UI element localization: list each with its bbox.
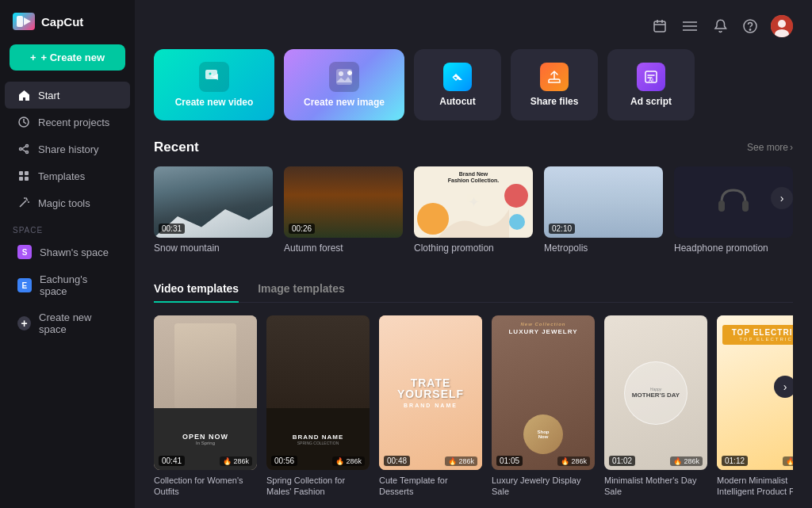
svg-point-34: [339, 71, 343, 76]
recent-thumb-clothing: Brand NewFashion Collection. ✦: [414, 166, 533, 238]
metro-name: Metropolis: [544, 243, 663, 254]
recent-thumb-snow: 00:31: [154, 166, 273, 238]
sidebar-templates-label: Templates: [38, 170, 85, 182]
logo-text: CapCut: [41, 15, 83, 29]
template-thumb-mens: BRAND NAME SPRING COLLECTION 00:56 🔥286k: [266, 315, 370, 470]
header-icons: [650, 15, 793, 37]
clothing-name: Clothing promotion: [414, 243, 533, 254]
shawn-space-label: Shawn's space: [40, 246, 109, 258]
template-grid: OPEN NOW In Spring 00:41 🔥286k Collectio…: [154, 315, 793, 498]
sidebar-item-share-history[interactable]: Share history: [5, 136, 130, 162]
header-area: [154, 14, 793, 38]
plus-icon: +: [30, 52, 36, 63]
create-space-label: Create new space: [39, 311, 117, 335]
recent-card-headphone[interactable]: Headphone promotion: [674, 166, 793, 254]
template-card-desserts[interactable]: TRATEYOURSELF BRAND NAME 00:48 🔥286k Cut…: [379, 315, 482, 498]
sidebar-item-eachung-space[interactable]: E Eachung's space: [5, 266, 130, 304]
autocut-label: Autocut: [439, 96, 475, 107]
sidebar: CapCut + + Create new Start Recent proje…: [0, 0, 135, 508]
svg-point-3: [26, 145, 29, 147]
create-new-label: + Create new: [41, 52, 105, 63]
recent-card-snow[interactable]: 00:31 Snow mountain: [154, 166, 273, 254]
template-card-mothers[interactable]: HappyMOTHER'S DAY 01:02 🔥286k Minimalist…: [604, 315, 707, 498]
autumn-name: Autumn forest: [284, 243, 403, 254]
user-avatar[interactable]: [771, 15, 793, 37]
recent-thumb-metro: 02:10: [544, 166, 663, 238]
jewelry-duration: 01:05: [496, 456, 523, 466]
sidebar-item-magic-tools[interactable]: Magic tools: [5, 189, 130, 216]
logo-icon: [13, 13, 35, 30]
help-icon[interactable]: [741, 17, 760, 36]
mothers-template-name: Minimalist Mother's Day Sale: [604, 475, 707, 498]
sidebar-magic-label: Magic tools: [38, 197, 90, 209]
template-card-womens[interactable]: OPEN NOW In Spring 00:41 🔥286k Collectio…: [154, 315, 257, 498]
recent-title: Recent: [154, 139, 199, 155]
recent-next-button[interactable]: ›: [771, 187, 793, 209]
bell-icon[interactable]: [710, 17, 730, 36]
sidebar-item-start[interactable]: Start: [5, 82, 130, 109]
mens-template-name: Spring Collection for Males' Fashion: [266, 475, 370, 498]
svg-marker-1: [24, 17, 31, 25]
recent-card-autumn[interactable]: 00:26 Autumn forest: [284, 166, 403, 254]
clock-icon: [17, 116, 30, 128]
menu-icon[interactable]: [680, 17, 699, 36]
snow-duration: 00:31: [159, 223, 185, 234]
see-more-button[interactable]: See more ›: [747, 142, 793, 153]
autocut-icon: [443, 63, 472, 91]
template-tabs: Video templates Image templates: [154, 276, 793, 303]
template-card-mens[interactable]: BRAND NAME SPRING COLLECTION 00:56 🔥286k…: [266, 315, 370, 498]
sidebar-item-shawn-space[interactable]: S Shawn's space: [5, 238, 130, 266]
template-next-button[interactable]: ›: [774, 376, 793, 398]
calendar-icon[interactable]: [650, 17, 669, 36]
logo-area: CapCut: [0, 10, 135, 40]
ad-script-icon: AI: [637, 63, 665, 91]
headphone-name: Headphone promotion: [674, 243, 793, 254]
create-video-label: Create new video: [169, 97, 260, 108]
shawn-avatar: S: [17, 245, 32, 259]
desserts-likes: 🔥286k: [445, 456, 477, 466]
svg-rect-10: [19, 177, 23, 181]
sidebar-recent-label: Recent projects: [38, 116, 109, 128]
svg-rect-41: [742, 201, 749, 212]
mothers-likes: 🔥286k: [670, 456, 703, 466]
svg-rect-17: [654, 21, 665, 32]
sidebar-item-templates[interactable]: Templates: [5, 162, 130, 189]
ad-script-card[interactable]: AI Ad script: [607, 49, 695, 120]
autumn-duration: 00:26: [289, 223, 315, 234]
svg-point-4: [26, 151, 29, 154]
create-video-card[interactable]: Create new video: [154, 49, 274, 120]
svg-rect-9: [25, 171, 29, 175]
eachung-space-label: Eachung's space: [40, 273, 117, 297]
svg-line-6: [22, 147, 26, 150]
sidebar-item-create-space[interactable]: + Create new space: [5, 304, 130, 342]
share-files-label: Share files: [530, 96, 579, 107]
chevron-right-icon: ›: [790, 142, 793, 153]
desserts-template-name: Cute Template for Desserts: [379, 475, 482, 498]
template-thumb-jewelry: New Collection LUXURY JEWELRY ShopNow 01…: [492, 315, 595, 470]
create-new-button[interactable]: + + Create new: [10, 44, 125, 71]
svg-rect-11: [25, 177, 29, 181]
recent-card-clothing[interactable]: Brand NewFashion Collection. ✦ Clothing …: [414, 166, 533, 254]
svg-point-27: [778, 20, 786, 28]
sidebar-item-recent[interactable]: Recent projects: [5, 109, 130, 136]
tab-video-templates[interactable]: Video templates: [154, 276, 239, 303]
womens-template-name: Collection for Women's Outfits: [154, 475, 257, 498]
svg-point-25: [749, 29, 750, 30]
tab-image-templates[interactable]: Image templates: [258, 276, 345, 303]
recent-thumb-autumn: 00:26: [284, 166, 403, 238]
ad-script-label: Ad script: [630, 96, 672, 107]
svg-point-31: [209, 73, 212, 75]
sidebar-share-label: Share history: [38, 143, 99, 155]
wand-icon: [17, 197, 30, 209]
recent-card-metro[interactable]: 02:10 Metropolis: [544, 166, 663, 254]
sidebar-start-label: Start: [38, 90, 59, 101]
snow-name: Snow mountain: [154, 243, 273, 254]
share-files-icon: [540, 63, 569, 91]
template-card-jewelry[interactable]: New Collection LUXURY JEWELRY ShopNow 01…: [492, 315, 595, 498]
create-image-card[interactable]: Create new image: [284, 49, 404, 120]
womens-duration: 00:41: [159, 456, 185, 466]
template-card-electrics[interactable]: TOP ELECTRICS TOP ELECTRICS 01:12 🔥286k …: [717, 315, 793, 498]
autocut-card[interactable]: Autocut: [414, 49, 501, 120]
electrics-likes: 🔥286k: [783, 456, 793, 466]
share-files-card[interactable]: Share files: [511, 49, 598, 120]
